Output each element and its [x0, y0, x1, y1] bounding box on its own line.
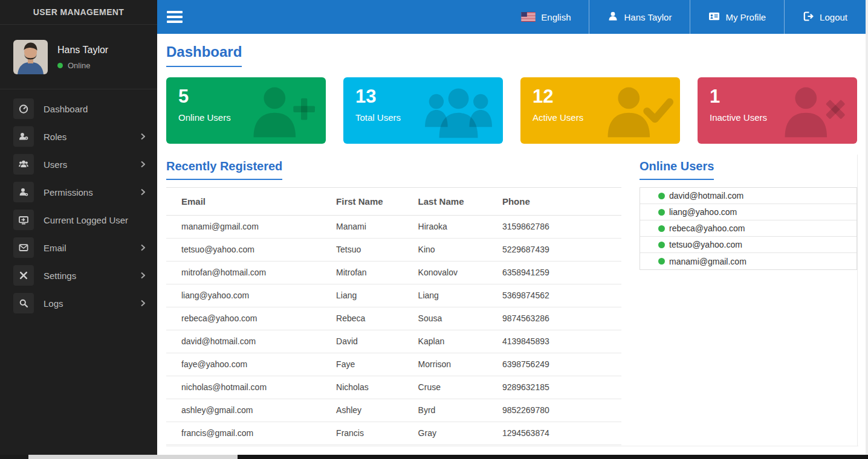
horizontal-scrollbar[interactable]: [0, 455, 868, 459]
online-user-email: david@hotmail.com: [669, 191, 743, 201]
column-header-phone: Phone: [496, 188, 621, 216]
sidebar: USER MANAGEMENT Hans Taylor Online: [0, 0, 157, 455]
logs-icon: [13, 293, 34, 313]
logout-label: Logout: [820, 12, 847, 22]
profile-status: Online: [57, 61, 108, 70]
online-user-email: rebeca@yahoo.com: [669, 223, 745, 233]
cell-phone: 9874563286: [496, 307, 621, 330]
online-user-email: liang@yahoo.com: [669, 207, 737, 217]
language-selector[interactable]: English: [503, 0, 589, 34]
recently-registered-table: EmailFirst NameLast NamePhone manami@gma…: [166, 187, 621, 445]
cell-phone: 6358941259: [496, 262, 621, 284]
cell-email: rebeca@yahoo.com: [166, 307, 330, 330]
settings-icon: [13, 265, 34, 286]
cell-last-name: Gray: [412, 422, 496, 445]
my-profile-button[interactable]: My Profile: [690, 0, 784, 34]
sidebar-item-dashboard[interactable]: Dashboard: [0, 95, 157, 123]
chevron-right-icon: [141, 188, 145, 196]
stat-cards: 5Online Users13Total Users 12Active User…: [166, 77, 857, 144]
content-box-bottom-border: [166, 446, 858, 446]
table-row: david@hotmail.comDavidKaplan4139845893: [166, 330, 621, 353]
table-header-row: EmailFirst NameLast NamePhone: [166, 188, 621, 216]
hamburger-menu-button[interactable]: [167, 8, 183, 25]
cell-phone: 5229687439: [496, 239, 621, 262]
online-user-email: tetsuo@yahoo.com: [669, 240, 742, 249]
cell-email: faye@yahoo.com: [166, 353, 330, 376]
scrollbar-corner: [0, 455, 28, 459]
cell-last-name: Konovalov: [412, 262, 496, 284]
online-user-email: manami@gmail.com: [669, 257, 747, 266]
horizontal-scrollbar-thumb[interactable]: [238, 455, 868, 459]
user-icon: [607, 11, 618, 24]
table-row: francis@gmail.comFrancisGray1294563874: [166, 422, 621, 445]
cell-first-name: Manami: [330, 216, 412, 239]
cell-last-name: Kino: [412, 239, 496, 262]
sidebar-item-label: Dashboard: [44, 104, 88, 114]
content-box-right-border: [857, 155, 858, 446]
cell-last-name: Sousa: [412, 307, 496, 330]
online-users-list: david@hotmail.comliang@yahoo.comrebeca@y…: [640, 187, 857, 270]
column-header-last-name: Last Name: [412, 188, 496, 216]
column-header-first-name: First Name: [330, 188, 412, 216]
topbar: English Hans Taylor: [157, 0, 866, 34]
stat-card-active-users[interactable]: 12Active Users: [520, 77, 680, 144]
cell-email: francis@gmail.com: [166, 422, 330, 445]
cell-last-name: Kaplan: [412, 330, 496, 353]
online-users-section: Online Users david@hotmail.comliang@yaho…: [640, 159, 857, 445]
language-label: English: [541, 12, 571, 22]
table-row: faye@yahoo.comFayeMorrison6398756249: [166, 353, 621, 376]
cell-email: ashley@gmail.com: [166, 399, 330, 422]
online-user-item: rebeca@yahoo.com: [640, 220, 857, 237]
sidebar-item-label: Current Logged User: [44, 215, 128, 225]
page-title: Dashboard: [166, 43, 242, 67]
online-dot-icon: [658, 242, 665, 248]
users-icon: [13, 154, 34, 175]
cell-first-name: Tetsuo: [330, 239, 412, 262]
chevron-right-icon: [141, 161, 145, 168]
us-flag-icon: [521, 12, 536, 22]
cell-phone: 9289632185: [496, 376, 621, 399]
app-window: USER MANAGEMENT Hans Taylor Online: [0, 0, 868, 459]
topbar-user-label: Hans Taylor: [624, 12, 672, 22]
cell-first-name: Mitrofan: [330, 262, 412, 284]
stat-card-inactive-users[interactable]: 1Inactive Users: [698, 77, 857, 144]
app-title: USER MANAGEMENT: [0, 0, 157, 25]
online-dot-icon: [658, 193, 665, 199]
sidebar-item-current-logged-user[interactable]: Current Logged User: [0, 206, 157, 234]
sidebar-profile: Hans Taylor Online: [0, 25, 157, 89]
sidebar-item-permissions[interactable]: Permissions: [0, 178, 157, 206]
table-row: manami@gmail.comManamiHiraoka3159862786: [166, 216, 621, 239]
cell-email: david@hotmail.com: [166, 330, 330, 353]
cell-phone: 4139845893: [496, 330, 621, 353]
online-dot-icon: [658, 258, 665, 265]
chevron-right-icon: [141, 300, 145, 307]
sidebar-item-label: Permissions: [44, 187, 93, 197]
cell-phone: 6398756249: [496, 353, 621, 376]
online-status-label: Online: [68, 61, 91, 70]
sidebar-item-logs[interactable]: Logs: [0, 289, 157, 317]
vertical-scrollbar[interactable]: [866, 0, 868, 455]
cell-email: manami@gmail.com: [166, 216, 330, 239]
current-logged-user-icon: [13, 210, 34, 230]
table-row: nicholas@hotmail.comNicholasCruse9289632…: [166, 376, 621, 399]
stat-card-online-users[interactable]: 5Online Users: [166, 77, 326, 144]
topbar-user-button[interactable]: Hans Taylor: [589, 0, 690, 34]
permissions-icon: [13, 182, 34, 202]
stat-card-total-users[interactable]: 13Total Users: [343, 77, 503, 144]
table-row: ashley@gmail.comAshleyByrd9852269780: [166, 399, 621, 422]
logout-button[interactable]: Logout: [784, 0, 866, 34]
cell-email: mitrofan@hotmail.com: [166, 262, 330, 284]
recently-registered-section: Recently Registered EmailFirst NameLast …: [166, 159, 621, 445]
sidebar-item-label: Settings: [44, 271, 76, 281]
table-row: liang@yahoo.comLiangLiang5369874562: [166, 284, 621, 307]
sidebar-item-roles[interactable]: Roles: [0, 123, 157, 150]
sidebar-item-email[interactable]: Email: [0, 234, 157, 262]
online-user-item: tetsuo@yahoo.com: [640, 237, 857, 253]
cell-last-name: Byrd: [412, 399, 496, 422]
sidebar-item-users[interactable]: Users: [0, 150, 157, 178]
cell-email: liang@yahoo.com: [166, 284, 330, 307]
topbar-nav: English Hans Taylor: [503, 0, 866, 34]
table-row: rebeca@yahoo.comRebecaSousa9874563286: [166, 307, 621, 330]
sidebar-item-settings[interactable]: Settings: [0, 262, 157, 289]
online-dot-icon: [658, 209, 665, 216]
